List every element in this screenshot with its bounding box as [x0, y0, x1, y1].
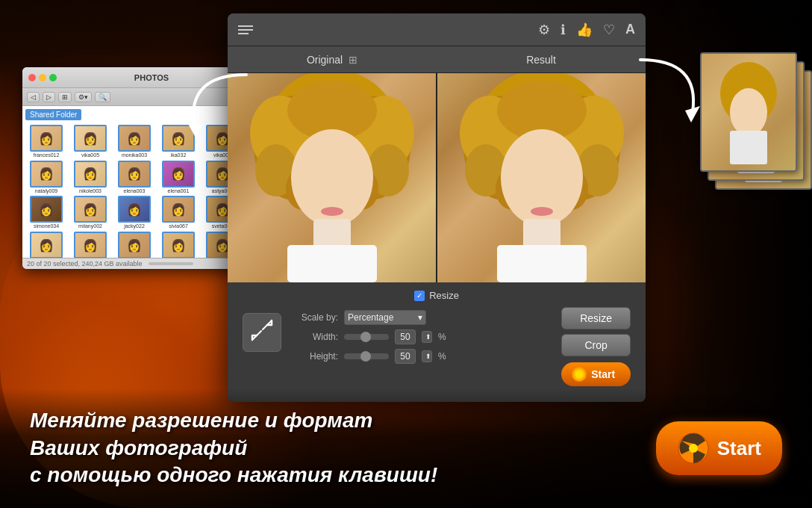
font-icon[interactable]: A [625, 22, 635, 37]
app-toolbar: ⚙ ℹ 👍 ♡ A [228, 13, 646, 46]
crop-button[interactable]: Crop [561, 334, 631, 356]
start-button-large[interactable]: Start [656, 421, 782, 475]
crop-icon-box[interactable] [243, 313, 281, 352]
controls-panel: ✓ Resize Scale by: [228, 282, 646, 402]
photo-item[interactable]: 👩 sivia067 [157, 196, 199, 229]
photo-name: milany002 [78, 223, 102, 229]
photo-name: frances012 [34, 152, 60, 158]
like-icon[interactable]: 👍 [576, 22, 593, 38]
photo-thumb[interactable]: 👩 [162, 196, 195, 223]
photo-thumb[interactable]: 👩 [74, 196, 107, 223]
finder-view-btn[interactable]: ⊞ [58, 92, 72, 102]
preview-photo-1 [702, 54, 796, 170]
height-value[interactable]: 50 [395, 349, 416, 364]
resize-button[interactable]: Resize [561, 307, 631, 329]
banner-text: Меняйте разрешение и формат Ваших фотогр… [30, 407, 638, 489]
result-woman-silhouette [437, 73, 646, 282]
photo-grid: 👩 frances012 👩 vika005 👩 monika003 👩 ika… [22, 123, 246, 258]
photo-item[interactable]: 👩 milany002 [69, 196, 111, 229]
photo-item[interactable]: 👩 michaela003 [69, 232, 111, 258]
photo-name: jacky022 [124, 223, 145, 229]
photo-name: vika005 [81, 152, 99, 158]
photo-name: elena001 [168, 188, 190, 194]
result-image-panel [437, 73, 646, 282]
width-stepper[interactable]: ⬆ [422, 331, 432, 343]
heart-icon[interactable]: ♡ [603, 22, 615, 38]
finder-search-btn[interactable]: 🔍 [95, 92, 110, 102]
photo-thumb[interactable]: 👩 [30, 232, 63, 258]
photo-item[interactable]: 👩 monika003 [113, 125, 155, 158]
finder-back-btn[interactable]: ◁ [27, 92, 40, 102]
photo-thumb[interactable]: 👩 [118, 232, 151, 258]
width-slider[interactable] [344, 334, 389, 340]
action-buttons: Resize Crop Start [561, 307, 631, 386]
photo-thumb[interactable]: 👩 [162, 125, 195, 152]
resize-checkbox[interactable]: ✓ [414, 291, 425, 301]
shared-folder-label: Shared Folder [25, 109, 81, 120]
photo-item[interactable]: 👩 lila002 [113, 232, 155, 258]
svg-rect-15 [287, 245, 377, 282]
finder-second-toolbar: ◁ ▷ ⊞ ⚙▾ 🔍 [22, 88, 246, 106]
finder-maximize-btn[interactable] [49, 74, 57, 81]
width-value[interactable]: 50 [395, 329, 416, 344]
photo-name: elena003 [124, 188, 146, 194]
svg-rect-29 [497, 245, 587, 282]
photo-thumb[interactable]: 👩 [162, 232, 195, 258]
photo-thumb[interactable]: 👩 [74, 232, 107, 258]
finder-status-text: 20 of 20 selected, 240,24 GB available [27, 260, 143, 267]
banner-line1: Меняйте разрешение и формат [30, 407, 638, 434]
photo-thumb[interactable]: 👩 [30, 161, 63, 188]
finder-slider[interactable] [149, 262, 193, 265]
photo-name: nikole003 [79, 188, 102, 194]
photo-item[interactable]: 👩 ika032 [157, 125, 199, 158]
height-slider[interactable] [344, 353, 389, 359]
images-row [228, 73, 646, 282]
info-icon[interactable]: ℹ [560, 22, 566, 38]
photo-name: sivia067 [169, 223, 188, 229]
svg-point-39 [730, 88, 767, 136]
photo-item[interactable]: 👩 frances012 [25, 125, 67, 158]
finder-minimize-btn[interactable] [39, 74, 46, 81]
height-slider-thumb[interactable] [360, 351, 371, 362]
photo-item[interactable]: 👩 nataly009 [25, 161, 67, 194]
finder-window: PHOTOS ◁ ▷ ⊞ ⚙▾ 🔍 Shared Folder 👩 france… [22, 67, 246, 269]
photo-item[interactable]: 👩 lisa044 [25, 232, 67, 258]
result-photo [437, 73, 646, 282]
photo-thumb[interactable]: 👩 [30, 125, 63, 152]
photo-item[interactable]: 👩 simone034 [25, 196, 67, 229]
menu-button[interactable] [238, 25, 253, 34]
photo-thumb[interactable]: 👩 [74, 161, 107, 188]
original-label: Original [307, 54, 343, 66]
photo-thumb[interactable]: 👩 [162, 161, 195, 188]
photo-thumb[interactable]: 👩 [118, 161, 151, 188]
bottom-banner: Меняйте разрешение и формат Ваших фотогр… [0, 388, 812, 508]
start-button-small[interactable]: Start [561, 362, 631, 386]
photo-item[interactable]: 👩 elena001 [157, 161, 199, 194]
photo-item[interactable]: 👩 nikole003 [69, 161, 111, 194]
photo-item[interactable]: 👩 jacky022 [113, 196, 155, 229]
scale-dropdown[interactable]: Percentage ▾ [344, 310, 426, 325]
finder-action-btn[interactable]: ⚙▾ [75, 92, 92, 102]
settings-icon[interactable]: ⚙ [538, 22, 550, 38]
preview-card-1 [700, 52, 797, 172]
finder-forward-btn[interactable]: ▷ [43, 92, 55, 102]
height-stepper[interactable]: ⬆ [422, 350, 432, 362]
finder-close-btn[interactable] [28, 74, 36, 81]
banner-line2: Ваших фотографий [30, 435, 638, 462]
photo-thumb[interactable]: 👩 [74, 125, 107, 152]
split-view-icon[interactable]: ⊞ [349, 54, 357, 66]
finder-toolbar: PHOTOS [22, 67, 246, 88]
width-slider-thumb[interactable] [360, 332, 371, 342]
photo-name: nataly009 [35, 188, 57, 194]
width-row: Width: 50 ⬆ % [293, 329, 446, 344]
photo-thumb[interactable]: 👩 [30, 196, 63, 223]
photo-item[interactable]: 👩 olya006 [157, 232, 199, 258]
photo-item[interactable]: 👩 elena003 [113, 161, 155, 194]
resize-checkbox-row: ✓ Resize [414, 290, 459, 301]
start-label-small: Start [591, 368, 615, 380]
finder-window-controls[interactable] [28, 74, 57, 81]
photo-thumb[interactable]: 👩 [118, 125, 151, 152]
svg-point-27 [531, 207, 553, 216]
photo-item[interactable]: 👩 vika005 [69, 125, 111, 158]
photo-thumb[interactable]: 👩 [118, 196, 151, 223]
